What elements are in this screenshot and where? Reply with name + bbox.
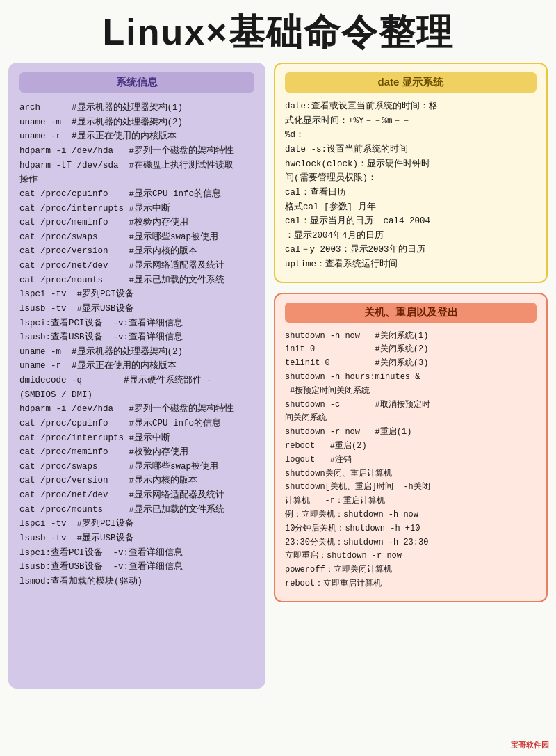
main-title: Linux×基础命令整理 bbox=[14, 13, 542, 52]
left-panel: 系统信息 arch #显示机器的处理器架构(1) uname -m #显示机器的… bbox=[8, 63, 265, 689]
date-section: date 显示系统 date:查看或设置当前系统的时间：格 式化显示时间：+%Y… bbox=[274, 63, 548, 283]
content-area: 系统信息 arch #显示机器的处理器架构(1) uname -m #显示机器的… bbox=[0, 63, 556, 689]
page-wrapper: Linux×基础命令整理 系统信息 arch #显示机器的处理器架构(1) un… bbox=[0, 0, 556, 756]
shutdown-section: 关机、重启以及登出 shutdown -h now #关闭系统(1) init … bbox=[274, 293, 548, 602]
title-section: Linux×基础命令整理 bbox=[0, 0, 556, 63]
right-panel: date 显示系统 date:查看或设置当前系统的时间：格 式化显示时间：+%Y… bbox=[274, 63, 548, 602]
left-panel-title: 系统信息 bbox=[19, 72, 254, 93]
shutdown-title: 关机、重启以及登出 bbox=[285, 303, 537, 323]
watermark: 宝哥软件园 bbox=[511, 740, 549, 750]
shutdown-content: shutdown -h now #关闭系统(1) init 0 #关闭系统(2)… bbox=[285, 330, 537, 591]
date-title: date 显示系统 bbox=[285, 72, 537, 93]
date-content: date:查看或设置当前系统的时间：格 式化显示时间：+%Y－－%m－－ %d：… bbox=[285, 99, 537, 272]
left-panel-content: arch #显示机器的处理器架构(1) uname -m #显示机器的处理器架构… bbox=[19, 101, 254, 588]
